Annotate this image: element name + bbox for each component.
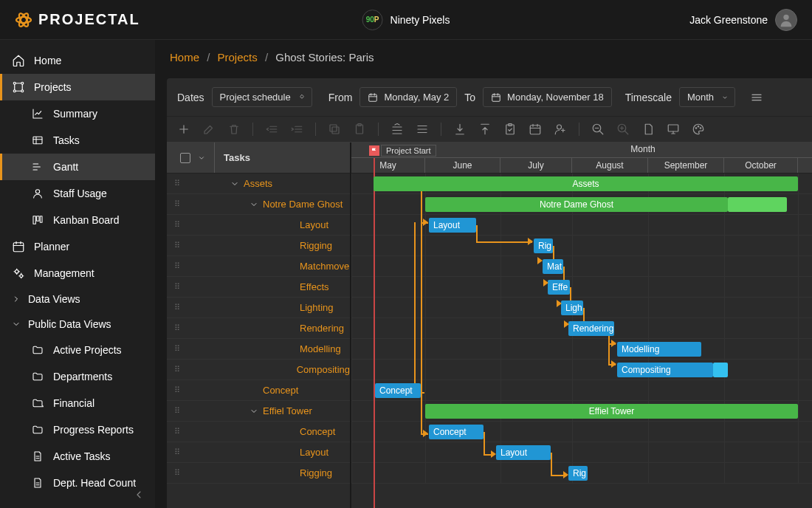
nav-public-data-views[interactable]: Public Data Views <box>0 312 155 337</box>
edit-icon[interactable] <box>202 123 216 136</box>
copy-icon[interactable] <box>328 123 341 136</box>
nav-projects[interactable]: Projects <box>0 74 155 100</box>
chevron-down-icon[interactable] <box>250 407 258 416</box>
task-row[interactable]: ⠿Rigging <box>167 463 350 484</box>
task-row[interactable]: ⠿Concept <box>167 422 350 442</box>
nav-gantt[interactable]: Gantt <box>0 154 155 180</box>
task-row[interactable]: ⠿Lighting <box>167 298 350 318</box>
nav-tasks[interactable]: Tasks <box>0 127 155 154</box>
nav-financial[interactable]: Financial <box>0 390 155 416</box>
nav-summary[interactable]: Summary <box>0 100 155 127</box>
monitor-icon[interactable] <box>667 123 680 136</box>
nav-progress-reports[interactable]: Progress Reports <box>0 416 155 443</box>
gantt-bar[interactable]: Mat <box>543 259 563 274</box>
nav-departments[interactable]: Departments <box>0 363 155 390</box>
trash-icon[interactable] <box>227 123 241 136</box>
gantt-bar[interactable]: Rig <box>534 238 553 253</box>
file-icon[interactable] <box>641 123 655 136</box>
export-icon[interactable] <box>478 123 492 136</box>
drag-grip-icon[interactable]: ⠿ <box>174 344 189 354</box>
indent-icon[interactable] <box>290 123 303 136</box>
task-row[interactable]: ⠿Rigging <box>167 236 350 256</box>
clipboard-check-icon[interactable] <box>503 123 517 136</box>
collapse-all-icon[interactable] <box>416 123 429 136</box>
paste-icon[interactable] <box>353 123 366 136</box>
gantt-bar[interactable]: Layout <box>496 445 551 460</box>
nav-data-views[interactable]: Data Views <box>0 286 155 312</box>
task-row[interactable]: ⠿Modelling <box>167 339 350 360</box>
sidebar-collapse-button[interactable] <box>133 489 145 501</box>
org-switcher[interactable]: 90P Ninety Pixels <box>362 10 450 30</box>
brand-logo[interactable]: PROJECTAL <box>15 11 140 29</box>
drag-grip-icon[interactable]: ⠿ <box>174 365 189 374</box>
drag-grip-icon[interactable]: ⠿ <box>174 241 189 250</box>
gantt-bar-remainder[interactable] <box>713 363 728 377</box>
gantt-timeline[interactable]: Project Start Month MayJuneJulyAugustSep… <box>351 143 812 508</box>
dates-dropdown[interactable]: Project schedule <box>212 87 312 107</box>
settings-list-icon[interactable] <box>747 89 766 106</box>
gantt-bar[interactable]: Ligh <box>561 301 583 315</box>
gantt-bar[interactable]: Effiel Tower <box>425 404 798 419</box>
gantt-bar[interactable]: Concept <box>429 425 484 439</box>
select-all-checkbox[interactable] <box>180 153 190 163</box>
dropdown-caret-icon[interactable] <box>198 154 205 162</box>
drag-grip-icon[interactable]: ⠿ <box>174 303 189 312</box>
gantt-bar[interactable]: Compositing <box>617 363 713 377</box>
nav-dept-head-count[interactable]: Dept. Head Count <box>0 470 155 496</box>
drag-grip-icon[interactable]: ⠿ <box>174 406 189 416</box>
add-icon[interactable] <box>177 123 190 136</box>
nav-active-projects[interactable]: Active Projects <box>0 337 155 363</box>
zoom-out-icon[interactable] <box>591 123 605 136</box>
drag-grip-icon[interactable]: ⠿ <box>174 323 189 333</box>
drag-grip-icon[interactable]: ⠿ <box>174 199 189 209</box>
chevron-down-icon[interactable] <box>230 179 239 188</box>
gantt-bar[interactable]: Modelling <box>617 342 701 357</box>
from-date-picker[interactable]: Monday, May 2 <box>359 87 457 107</box>
drag-grip-icon[interactable]: ⠿ <box>174 447 189 457</box>
gantt-bar[interactable]: Rig <box>568 466 588 481</box>
outdent-icon[interactable] <box>265 123 278 136</box>
nav-staff-usage[interactable]: Staff Usage <box>0 180 155 207</box>
task-row[interactable]: ⠿Matchmove <box>167 256 350 277</box>
assign-user-icon[interactable] <box>554 123 567 136</box>
task-row[interactable]: ⠿Rendering <box>167 318 350 339</box>
drag-grip-icon[interactable]: ⠿ <box>174 427 189 436</box>
gantt-bar-remainder[interactable] <box>728 197 787 212</box>
task-row[interactable]: ⠿Layout <box>167 215 350 236</box>
task-row[interactable]: ⠿Layout <box>167 442 350 463</box>
user-menu[interactable]: Jack Greenstone <box>689 9 797 31</box>
drag-grip-icon[interactable]: ⠿ <box>174 261 189 271</box>
nav-management[interactable]: Management <box>0 260 155 286</box>
task-row[interactable]: ⠿Compositing <box>167 360 350 380</box>
nav-active-tasks[interactable]: Active Tasks <box>0 443 155 470</box>
nav-planner[interactable]: Planner <box>0 233 155 260</box>
gantt-bar[interactable]: Rendering <box>568 321 614 336</box>
nav-home[interactable]: Home <box>0 47 155 74</box>
nav-kanban[interactable]: Kanban Board <box>0 207 155 233</box>
gantt-bar[interactable]: Concept <box>375 383 421 398</box>
gantt-bar[interactable]: Notre Dame Ghost <box>425 197 728 212</box>
to-date-picker[interactable]: Monday, November 18 <box>483 87 612 107</box>
drag-grip-icon[interactable]: ⠿ <box>174 220 189 230</box>
task-row[interactable]: ⠿Assets <box>167 174 350 194</box>
drag-grip-icon[interactable]: ⠿ <box>174 468 189 478</box>
tasks-column-header[interactable]: Tasks <box>214 143 250 173</box>
breadcrumb-projects[interactable]: Projects <box>218 51 258 64</box>
chevron-down-icon[interactable] <box>250 200 258 209</box>
drag-grip-icon[interactable]: ⠿ <box>174 179 189 188</box>
gantt-bar[interactable]: Effe <box>548 280 570 295</box>
drag-grip-icon[interactable]: ⠿ <box>174 282 189 292</box>
gantt-bar[interactable]: Layout <box>429 218 476 233</box>
task-row[interactable]: ⠿Effects <box>167 277 350 298</box>
palette-icon[interactable] <box>692 123 705 136</box>
breadcrumb-home[interactable]: Home <box>170 51 199 64</box>
task-row[interactable]: ⠿Effiel Tower <box>167 401 350 422</box>
zoom-in-icon[interactable] <box>616 123 630 136</box>
import-icon[interactable] <box>453 123 467 136</box>
drag-grip-icon[interactable]: ⠿ <box>174 385 189 395</box>
task-row[interactable]: ⠿Notre Dame Ghost <box>167 194 350 215</box>
timescale-dropdown[interactable]: Month <box>679 87 735 107</box>
task-row[interactable]: ⠿Concept <box>167 380 350 401</box>
calendar-today-icon[interactable] <box>529 123 542 136</box>
expand-all-icon[interactable] <box>390 123 404 136</box>
